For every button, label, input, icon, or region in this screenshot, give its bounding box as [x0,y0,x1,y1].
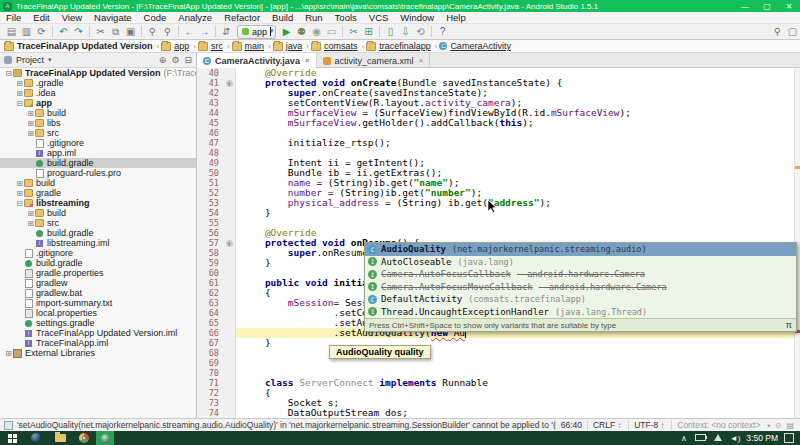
menu-item-analyze[interactable]: Analyze [172,12,218,23]
forward-icon[interactable]: → [197,25,212,38]
breadcrumb-item-main[interactable]: main [232,41,265,51]
back-icon[interactable]: ← [182,25,197,38]
tree-item-gradlew[interactable]: gradlew [0,278,196,288]
expand-icon[interactable]: ⊞ [26,109,35,118]
code-line-74[interactable]: 74 DataOutputStream dos; [197,408,800,418]
code-line-45[interactable]: 45 mSurfaceView.getHolder().addCallback(… [197,118,800,128]
capture-icon[interactable]: ✂ [346,25,361,38]
breadcrumb-item-src[interactable]: src [198,41,223,51]
tree-item-libs[interactable]: ⊞libs [0,118,196,128]
minimize-button[interactable]: — [734,0,756,12]
code-line-47[interactable]: 47 initialize_rtsp(); [197,138,800,148]
expand-icon[interactable]: ⊞ [26,129,35,138]
tree-item-build[interactable]: ⊞build [0,208,196,218]
menu-item-build[interactable]: Build [266,12,299,23]
layout-inspector-icon[interactable]: ⊞ [361,25,376,38]
avd-manager-icon[interactable]: ▯ [383,25,398,38]
tree-item-import-summary-txt[interactable]: import-summary.txt [0,298,196,308]
menu-item-window[interactable]: Window [394,12,440,23]
menu-item-code[interactable]: Code [138,12,173,23]
notification-center-icon[interactable] [784,433,794,443]
tree-item--gradle[interactable]: ⊞.gradle [0,78,196,88]
close-button[interactable]: ✕ [778,0,800,12]
tree-item-src[interactable]: ⊞src [0,218,196,228]
menu-item-navigate[interactable]: Navigate [88,12,138,23]
code-line-69[interactable]: 69 [197,358,800,368]
collapse-icon[interactable]: ⊟ [15,199,24,208]
tree-item-gradle-properties[interactable]: gradle.properties [0,268,196,278]
expand-icon[interactable]: ⊞ [26,219,35,228]
help-icon[interactable]: ? [435,25,450,38]
breadcrumb-item-tracefinalapp-updated-version[interactable]: TraceFinalApp Updated Version [4,41,153,51]
open-icon[interactable]: ▤ [4,25,19,38]
restore-layout-icon[interactable]: ▢ [785,25,800,38]
expand-icon[interactable]: ⊞ [26,119,35,128]
tree-item-gradle[interactable]: ⊞gradle [0,188,196,198]
sync-icon[interactable]: ⟳ [34,25,49,38]
undo-icon[interactable]: ↶ [56,25,71,38]
copy-icon[interactable]: ⧉ [108,25,123,38]
collapse-icon[interactable]: ⊟ [4,69,13,78]
tree-item-tracefinalapp-iml[interactable]: ITraceFinalApp.iml [0,338,196,348]
menu-item-tools[interactable]: Tools [329,12,363,23]
menu-item-run[interactable]: Run [299,12,328,23]
tree-item-build-gradle[interactable]: build.gradle [0,228,196,238]
battery-icon[interactable] [695,434,706,443]
hector-inspector-icon[interactable]: ☺ [772,421,784,430]
tree-item--gitignore[interactable]: .gitignore [0,248,196,258]
speaker-icon[interactable]: ◄) [730,434,741,443]
locate-icon[interactable]: ⊕ [159,55,167,65]
tray-chevron-icon[interactable]: ∧ [681,434,687,443]
code-line-53[interactable]: 53 physical_address = (String) ib.get("a… [197,198,800,208]
taskbar-clock[interactable]: 3:50 PM [746,433,778,443]
completion-item-defaultactivity[interactable]: CDefaultActivity(comsats.tracefinalapp) [365,293,796,306]
compile-icon[interactable]: ⇵ [219,25,234,38]
screen-icon[interactable]: ▤ [784,421,796,430]
expand-icon[interactable]: ⊞ [15,79,24,88]
replace-icon[interactable]: ⚲ [160,25,175,38]
tree-item-settings-gradle[interactable]: settings.gradle [0,318,196,328]
tree-item-build-gradle[interactable]: build.gradle [0,158,196,168]
tree-item--idea[interactable]: ⊞.idea [0,88,196,98]
code-line-71[interactable]: 71 class ServerConnect implements Runnab… [197,378,800,388]
breadcrumb-item-app[interactable]: app [161,41,189,51]
tree-item-libstreaming[interactable]: ⊟libstreaming [0,198,196,208]
tree-item-tracefinalapp-updated-version[interactable]: ⊟TraceFinalApp Updated Version (F:\Trace… [0,68,196,78]
tree-item-build-gradle[interactable]: build.gradle [0,258,196,268]
menu-item-view[interactable]: View [56,12,88,23]
gear-icon[interactable]: ⚙ [171,55,179,65]
breadcrumb-item-cameraactivity[interactable]: CCameraActivity [439,41,511,51]
code-line-68[interactable]: 68 [197,348,800,358]
search-everywhere-icon[interactable]: ⚲ [770,25,785,38]
completion-item-autocloseable[interactable]: IAutoCloseable(java.lang) [365,256,796,269]
tree-item-tracefinalapp-updated-version-iml[interactable]: ITraceFinalApp Updated Version.iml [0,328,196,338]
close-tab-icon[interactable]: × [305,56,310,65]
tree-item-src[interactable]: ⊞src [0,128,196,138]
code-line-67[interactable]: 67 } [197,338,800,348]
taskbar-app-icon[interactable] [24,431,48,445]
file-explorer-icon[interactable] [48,431,72,445]
sdk-manager-icon[interactable]: ⇩ [398,25,413,38]
tree-item--gitignore[interactable]: .gitignore [0,138,196,148]
tree-item-gradlew-bat[interactable]: gradlew.bat [0,288,196,298]
run-icon[interactable]: ▶ [279,25,294,38]
tree-item-external-libraries[interactable]: ⊞External Libraries [0,348,196,358]
pi-icon[interactable]: π [786,320,792,330]
tree-item-libstreaming-iml[interactable]: Ilibstreaming.iml [0,238,196,248]
expand-icon[interactable]: ⊞ [15,89,24,98]
network-icon[interactable] [714,434,722,443]
coverage-icon[interactable]: ◉ [309,25,324,38]
tree-item-build[interactable]: ⊞build [0,108,196,118]
expand-icon[interactable]: ⊞ [15,189,24,198]
debug-icon[interactable]: ⚉ [294,25,309,38]
completion-item-thread-uncaughtexceptionhandler[interactable]: IThread.UncaughtExceptionHandler(java.la… [365,306,796,319]
tree-item-app-iml[interactable]: Iapp.iml [0,148,196,158]
tree-item-app[interactable]: ⊟app [0,98,196,108]
chevron-down-icon[interactable]: ▾ [48,56,52,64]
redo-icon[interactable]: ↷ [71,25,86,38]
tree-item-build[interactable]: ⊞build [0,178,196,188]
menu-item-help[interactable]: Help [440,12,472,23]
tree-item-local-properties[interactable]: local.properties [0,308,196,318]
cut-icon[interactable]: ✂ [93,25,108,38]
menu-item-refactor[interactable]: Refactor [218,12,266,23]
